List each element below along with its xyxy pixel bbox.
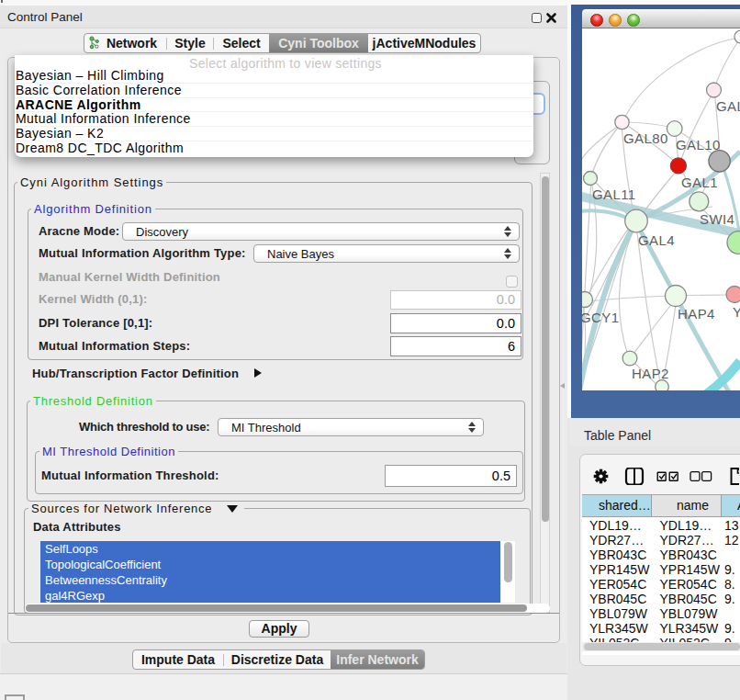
- svg-text:GAL10: GAL10: [676, 137, 721, 152]
- svg-text:GAL7: GAL7: [716, 98, 740, 114]
- svg-text:SWI4: SWI4: [700, 211, 734, 227]
- svg-text:GAL4: GAL4: [638, 232, 675, 248]
- svg-text:YM: YM: [733, 304, 740, 320]
- svg-text:GCY1: GCY1: [582, 310, 619, 325]
- svg-text:HAP4: HAP4: [678, 306, 715, 322]
- svg-text:GAL11: GAL11: [592, 186, 636, 202]
- svg-text:HAP2: HAP2: [632, 366, 669, 381]
- svg-text:GAL1: GAL1: [681, 175, 718, 190]
- svg-text:GAL80: GAL80: [623, 130, 668, 146]
